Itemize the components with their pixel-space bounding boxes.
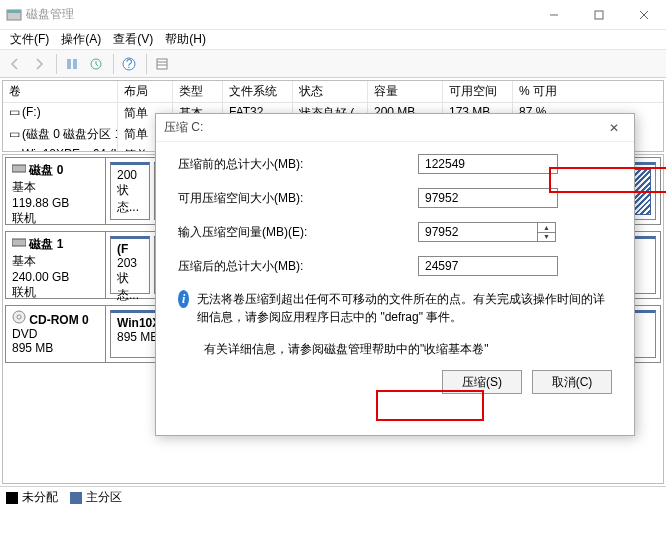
- cdrom-info: CD-ROM 0 DVD 895 MB: [6, 306, 106, 362]
- dialog-titlebar: 压缩 C: ✕: [156, 114, 634, 142]
- svg-rect-14: [12, 165, 26, 172]
- label-available: 可用压缩空间大小(MB):: [178, 190, 418, 207]
- list-icon[interactable]: [151, 53, 173, 75]
- cdrom-icon: [12, 310, 26, 324]
- back-icon: [4, 53, 26, 75]
- minimize-button[interactable]: [531, 0, 576, 30]
- svg-rect-11: [157, 59, 167, 69]
- shrink-amount-input[interactable]: 97952: [418, 222, 538, 242]
- menu-file[interactable]: 文件(F): [4, 29, 55, 50]
- window-titlebar: 磁盘管理: [0, 0, 666, 30]
- col-layout[interactable]: 布局: [118, 81, 173, 102]
- disk-icon: [12, 162, 26, 174]
- info-row-1: i 无法将卷压缩到超出任何不可移动的文件所在的点。有关完成该操作时间的详细信息，…: [178, 290, 612, 326]
- spin-down-button[interactable]: ▼: [538, 233, 555, 242]
- refresh-icon[interactable]: [61, 53, 83, 75]
- menu-action[interactable]: 操作(A): [55, 29, 107, 50]
- shrink-dialog: 压缩 C: ✕ 压缩前的总计大小(MB): 122549 可用压缩空间大小(MB…: [155, 113, 635, 436]
- legend-unallocated: 未分配: [6, 489, 58, 506]
- menu-view[interactable]: 查看(V): [107, 29, 159, 50]
- disk-0-info: 磁盘 0 基本 119.88 GB 联机: [6, 158, 106, 224]
- value-total-after: 24597: [418, 256, 558, 276]
- svg-rect-1: [7, 10, 21, 13]
- svg-rect-3: [595, 11, 603, 19]
- menu-help[interactable]: 帮助(H): [159, 29, 212, 50]
- dialog-title: 压缩 C:: [164, 119, 203, 136]
- app-icon: [6, 7, 22, 23]
- properties-icon[interactable]: [85, 53, 107, 75]
- value-available: 97952: [418, 188, 558, 208]
- col-status[interactable]: 状态: [293, 81, 368, 102]
- svg-rect-7: [73, 59, 77, 69]
- legend-primary: 主分区: [70, 489, 122, 506]
- forward-icon: [28, 53, 50, 75]
- shrink-button[interactable]: 压缩(S): [442, 370, 522, 394]
- info-row-2: 有关详细信息，请参阅磁盘管理帮助中的"收缩基本卷": [204, 340, 612, 358]
- info-icon: i: [178, 290, 189, 308]
- maximize-button[interactable]: [576, 0, 621, 30]
- dialog-close-button[interactable]: ✕: [602, 121, 626, 135]
- svg-point-17: [17, 315, 21, 319]
- help-icon[interactable]: ?: [118, 53, 140, 75]
- svg-rect-15: [12, 239, 26, 246]
- toolbar: ?: [0, 50, 666, 78]
- value-total-before: 122549: [418, 154, 558, 174]
- disk1-part1[interactable]: (F 203 状态...: [110, 236, 150, 294]
- col-type[interactable]: 类型: [173, 81, 223, 102]
- shrink-amount-spinner[interactable]: 97952 ▲ ▼: [418, 222, 556, 242]
- disk-icon: [12, 236, 26, 248]
- window-title: 磁盘管理: [26, 6, 531, 23]
- legend: 未分配 主分区: [0, 486, 666, 508]
- close-button[interactable]: [621, 0, 666, 30]
- volume-list-header: 卷 布局 类型 文件系统 状态 容量 可用空间 % 可用: [3, 81, 663, 103]
- menu-bar: 文件(F) 操作(A) 查看(V) 帮助(H): [0, 30, 666, 50]
- col-free[interactable]: 可用空间: [443, 81, 513, 102]
- disk0-part1[interactable]: 200 状态...: [110, 162, 150, 220]
- label-shrink-amount: 输入压缩空间量(MB)(E):: [178, 224, 418, 241]
- col-pct[interactable]: % 可用: [513, 81, 573, 102]
- col-volume[interactable]: 卷: [3, 81, 118, 102]
- disk-1-info: 磁盘 1 基本 240.00 GB 联机: [6, 232, 106, 298]
- label-total-after: 压缩后的总计大小(MB):: [178, 258, 418, 275]
- svg-text:?: ?: [126, 57, 133, 71]
- spin-up-button[interactable]: ▲: [538, 223, 555, 233]
- col-capacity[interactable]: 容量: [368, 81, 443, 102]
- cancel-button[interactable]: 取消(C): [532, 370, 612, 394]
- svg-rect-6: [67, 59, 71, 69]
- label-total-before: 压缩前的总计大小(MB):: [178, 156, 418, 173]
- col-fs[interactable]: 文件系统: [223, 81, 293, 102]
